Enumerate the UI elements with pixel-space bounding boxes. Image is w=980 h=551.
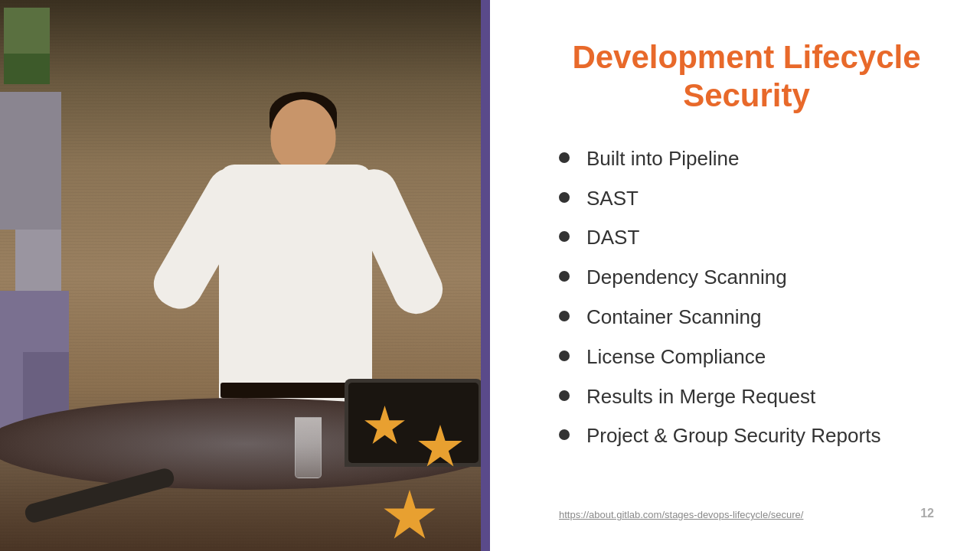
slide-footer: https://about.gitlab.com/stages-devops-l…	[559, 507, 934, 520]
panel-gray-large	[0, 92, 61, 230]
bullet-dot	[559, 231, 570, 242]
bullet-dot	[559, 311, 570, 321]
bullet-text: Results in Merge Request	[586, 384, 815, 410]
bullet-text: Project & Group Security Reports	[586, 423, 880, 449]
bullet-text: Container Scanning	[586, 305, 761, 331]
laptop-screen	[348, 383, 479, 463]
bullet-text: License Compliance	[586, 344, 766, 370]
slide-link: https://about.gitlab.com/stages-devops-l…	[559, 509, 803, 520]
bullet-item: Project & Group Security Reports	[559, 423, 934, 449]
person-head	[271, 99, 336, 172]
slide-panel: Development Lifecycle Security Built int…	[490, 0, 980, 551]
slide-title-line2: Security	[683, 77, 810, 113]
bullet-item: Built into Pipeline	[559, 146, 934, 172]
panel-green	[4, 8, 50, 54]
bullet-dot	[559, 271, 570, 282]
bullet-item: License Compliance	[559, 344, 934, 370]
bullet-text: Built into Pipeline	[586, 146, 739, 172]
slide-number: 12	[920, 507, 934, 520]
person-body	[219, 165, 372, 409]
video-panel	[0, 0, 490, 551]
bullet-dot	[559, 429, 570, 440]
purple-edge-bar	[481, 0, 490, 551]
bullet-dot	[559, 192, 570, 203]
bullet-text: DAST	[586, 225, 639, 251]
bullet-item: Dependency Scanning	[559, 265, 934, 291]
laptop	[345, 379, 482, 467]
bullet-item: Container Scanning	[559, 305, 934, 331]
video-background	[0, 0, 490, 551]
slide-title-line1: Development Lifecycle	[572, 39, 920, 75]
bullet-item: DAST	[559, 225, 934, 251]
slide-title: Development Lifecycle Security	[559, 38, 934, 116]
bullet-item: SAST	[559, 186, 934, 212]
person-belt	[220, 383, 358, 398]
bullet-dot	[559, 390, 570, 401]
bullet-item: Results in Merge Request	[559, 384, 934, 410]
bullet-list: Built into Pipeline SAST DAST Dependency…	[559, 146, 934, 491]
panel-gray-small	[15, 230, 61, 291]
panel-dark-green	[4, 54, 50, 84]
bullet-dot	[559, 152, 570, 163]
bullet-text: SAST	[586, 186, 639, 212]
bullet-dot	[559, 350, 570, 361]
cup	[295, 417, 322, 478]
bullet-text: Dependency Scanning	[586, 265, 787, 291]
